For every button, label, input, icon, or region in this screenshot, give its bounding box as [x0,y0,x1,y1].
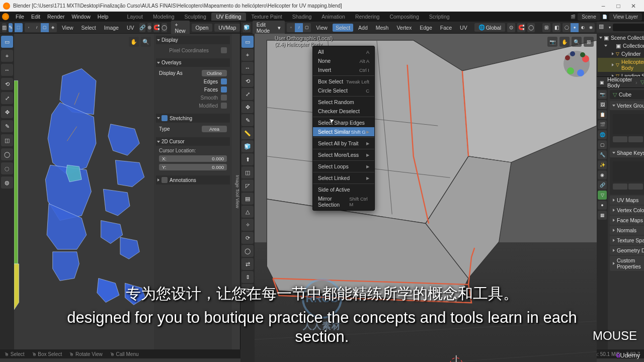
tool-rip[interactable]: ◫ [1,134,13,146]
tool-select-box-3d[interactable]: ▭ [242,36,254,48]
menu-circle-select[interactable]: Circle SelectC [313,86,374,95]
tool-loopcut[interactable]: ▤ [242,193,254,205]
uv-pan-icon[interactable]: ✋ [129,37,139,47]
tool-move[interactable]: ↔ [1,64,13,76]
prop-tab-modifiers[interactable]: 🔧 [598,150,607,159]
section-geometry-data[interactable]: Geometry Data [610,246,644,255]
tool-transform[interactable]: ✥ [1,106,13,118]
collection-row[interactable]: ▣Collection [598,42,644,50]
uv-menu-image[interactable]: Image [101,24,122,32]
tab-modeling[interactable]: Modeling [148,13,180,21]
menu-box-select[interactable]: Box SelectTweak Left [313,77,374,86]
prop-tab-texture[interactable]: ▦ [598,211,607,220]
tool-shrink-fatten[interactable]: ⇕ [242,271,254,283]
vp-menu-edge[interactable]: Edge [417,24,435,32]
outliner-search-input[interactable] [613,24,644,31]
menu-all[interactable]: AllA [313,47,374,56]
menu-select-sharp-edges[interactable]: Select Sharp Edges [313,118,374,127]
tool-move-3d[interactable]: ↔ [242,62,254,74]
tab-animation[interactable]: Animation [316,13,350,21]
tool-measure[interactable]: 📏 [242,127,254,139]
transform-orientation-dropdown[interactable]: 🌐 Global [474,23,505,32]
scene-collection-row[interactable]: ▣Scene Collection [598,34,644,42]
panel-display-header[interactable]: Display [156,36,230,44]
tool-relax[interactable]: ◌ [1,162,13,174]
viewport-ortho-icon[interactable]: ⊞ [584,37,594,47]
xray-toggle[interactable]: ◧ [552,23,560,32]
prop-tab-object[interactable]: ▢ [598,140,607,149]
tab-compositing[interactable]: Compositing [384,13,424,21]
section-face-maps[interactable]: Face Maps [610,216,644,225]
smooth-checkbox[interactable] [221,95,227,101]
cursor-x-field[interactable]: 0.000 [212,156,224,161]
tool-annotate[interactable]: ✎ [1,120,13,132]
tool-extrude[interactable]: ⬆ [242,153,254,165]
vp-menu-vertex[interactable]: Vertex [393,24,415,32]
vp-menu-face[interactable]: Face [437,24,455,32]
vp-menu-select[interactable]: Select [333,24,353,32]
uv-new-image-button[interactable]: + New [171,21,190,35]
pixel-coords-checkbox[interactable] [221,47,227,53]
display-as-dropdown[interactable]: Outline [202,70,227,76]
tool-inset[interactable]: ◫ [242,166,254,178]
tool-cursor-3d[interactable]: + [242,49,254,61]
menu-mirror-selection[interactable]: Mirror SelectionShift Ctrl M [313,194,374,209]
shape-keys-list[interactable]: + [613,161,644,182]
tab-texture-paint[interactable]: Texture Paint [246,13,287,21]
tab-shading[interactable]: Shading [287,13,317,21]
uv-map-field[interactable]: UVMap [214,24,240,32]
section-uv-maps[interactable]: UV Maps [610,196,644,205]
menu-select-all-by-trait[interactable]: Select All by Trait▶ [313,139,374,148]
scene-name-field[interactable]: Scene [578,13,600,21]
uv-proportional-toggle[interactable]: ◯ [162,23,167,32]
menu-edit[interactable]: Edit [28,14,44,20]
menu-help[interactable]: Help [94,14,112,20]
tool-scale-3d[interactable]: ⤢ [242,88,254,100]
filter-icon[interactable]: ▾ [609,25,611,30]
tab-scripting[interactable]: Scripting [424,13,455,21]
prop-tab-material[interactable]: ● [598,201,607,210]
window-minimize-button[interactable]: – [596,3,611,10]
menu-side-of-active[interactable]: Side of Active [313,185,374,194]
outliner-item-helicopter-body[interactable]: ▽Helicopter Body👁 📷 [598,58,644,72]
window-maximize-button[interactable]: □ [611,3,626,10]
section-shape-keys[interactable]: Shape Keys [610,148,644,157]
uv-image-link[interactable]: 🔗 [139,23,145,32]
mesh-select-mode[interactable]: ◦/▢ [287,23,311,32]
tool-annotate-3d[interactable]: ✎ [242,114,254,126]
vp-menu-mesh[interactable]: Mesh [373,24,392,32]
menu-window[interactable]: Window [68,14,94,20]
vertex-groups-list[interactable]: + [613,114,644,134]
tab-sculpting[interactable]: Sculpting [180,13,211,21]
menu-select-similar[interactable]: Select SimilarShift G▶ [313,127,374,136]
menu-select-random[interactable]: Select Random [313,98,374,107]
editor-type-dropdown-3d[interactable]: 🧊 [243,23,251,32]
prop-tab-output[interactable]: 🖼 [598,100,607,109]
prop-tab-particles[interactable]: ✨ [598,160,607,169]
section-vertex-colors[interactable]: Vertex Colors [610,206,644,215]
tool-knife[interactable]: △ [242,206,254,218]
proportional-toggle[interactable]: ◯ [527,23,535,32]
outliner-item-cylinder[interactable]: ▽Cylinder [598,50,644,58]
tool-cursor[interactable]: + [1,50,13,62]
annotations-checkbox[interactable] [162,177,168,183]
uv-mode-dropdown[interactable]: ✎ [9,23,13,32]
prop-tab-physics[interactable]: ◉ [598,170,607,179]
uv-select-mode[interactable]: ◦/▢◈ [25,23,57,32]
overlays-toggle[interactable]: ⊞ [542,23,550,32]
menu-invert[interactable]: InvertCtrl I [313,65,374,74]
viewport-pan-icon[interactable]: ✋ [559,37,570,47]
tool-transform-3d[interactable]: ✥ [242,101,254,113]
panel-stretching-header[interactable]: Stretching [156,114,230,123]
menu-none[interactable]: NoneAlt A [313,56,374,65]
faces-checkbox[interactable] [221,86,227,93]
viewport-zoom-icon[interactable]: 🔍 [572,37,582,47]
prop-tab-render[interactable]: 📷 [598,90,607,99]
menu-select-linked[interactable]: Select Linked▶ [313,173,374,183]
cursor-y-field[interactable]: 0.000 [212,164,224,170]
prop-tab-world[interactable]: 🌐 [598,130,607,139]
menu-file[interactable]: File [12,14,28,20]
prop-tab-constraints[interactable]: 🔗 [598,180,607,190]
mode-dropdown[interactable]: Edit Mode ▾ [253,21,285,35]
outliner-display-mode[interactable]: ▥ [599,23,607,31]
